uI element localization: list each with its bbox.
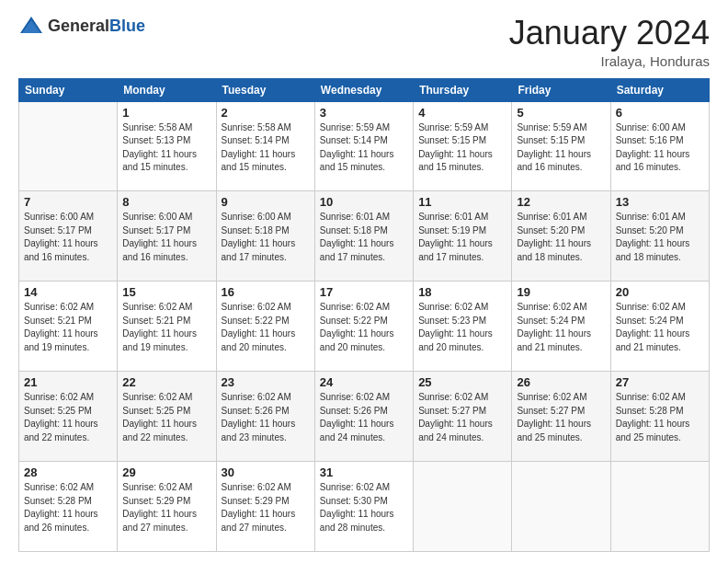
day-info: Sunrise: 6:02 AMSunset: 5:22 PMDaylight:…	[222, 301, 310, 354]
day-number: 6	[616, 106, 704, 120]
day-info: Sunrise: 6:01 AMSunset: 5:20 PMDaylight:…	[517, 211, 605, 264]
day-info: Sunrise: 6:02 AMSunset: 5:25 PMDaylight:…	[24, 391, 112, 444]
calendar-cell: 24Sunrise: 6:02 AMSunset: 5:26 PMDayligh…	[314, 372, 413, 462]
day-number: 24	[320, 375, 408, 389]
day-info: Sunrise: 6:02 AMSunset: 5:23 PMDaylight:…	[418, 301, 506, 354]
column-header-monday: Monday	[118, 78, 216, 101]
day-info: Sunrise: 6:01 AMSunset: 5:18 PMDaylight:…	[320, 211, 408, 264]
day-info: Sunrise: 6:02 AMSunset: 5:24 PMDaylight:…	[616, 301, 704, 354]
day-number: 13	[616, 195, 704, 209]
column-header-wednesday: Wednesday	[314, 78, 413, 101]
day-number: 20	[616, 285, 704, 299]
day-info: Sunrise: 6:02 AMSunset: 5:29 PMDaylight:…	[222, 481, 310, 534]
column-header-tuesday: Tuesday	[216, 78, 314, 101]
day-number: 27	[616, 375, 704, 389]
day-info: Sunrise: 6:00 AMSunset: 5:17 PMDaylight:…	[24, 211, 112, 264]
calendar-cell: 29Sunrise: 6:02 AMSunset: 5:29 PMDayligh…	[118, 462, 216, 552]
calendar-cell: 5Sunrise: 5:59 AMSunset: 5:15 PMDaylight…	[512, 101, 610, 191]
day-info: Sunrise: 6:02 AMSunset: 5:30 PMDaylight:…	[320, 481, 408, 534]
month-title: January 2024	[509, 15, 710, 52]
day-number: 9	[222, 195, 310, 209]
day-info: Sunrise: 6:02 AMSunset: 5:21 PMDaylight:…	[24, 301, 112, 354]
calendar-cell: 21Sunrise: 6:02 AMSunset: 5:25 PMDayligh…	[19, 372, 118, 462]
day-info: Sunrise: 6:00 AMSunset: 5:16 PMDaylight:…	[616, 121, 704, 175]
day-info: Sunrise: 6:02 AMSunset: 5:27 PMDaylight:…	[418, 391, 506, 444]
day-number: 7	[24, 195, 112, 209]
calendar-week-row: 1Sunrise: 5:58 AMSunset: 5:13 PMDaylight…	[19, 101, 710, 191]
day-info: Sunrise: 5:59 AMSunset: 5:14 PMDaylight:…	[320, 121, 408, 175]
calendar-cell: 26Sunrise: 6:02 AMSunset: 5:27 PMDayligh…	[512, 372, 610, 462]
day-number: 3	[320, 106, 408, 120]
day-number: 1	[122, 106, 210, 120]
day-number: 21	[24, 375, 112, 389]
day-info: Sunrise: 6:02 AMSunset: 5:28 PMDaylight:…	[24, 481, 112, 534]
calendar-cell	[19, 101, 118, 191]
day-number: 22	[122, 375, 210, 389]
calendar-cell	[414, 462, 512, 552]
day-number: 23	[222, 375, 310, 389]
day-number: 8	[122, 195, 210, 209]
column-header-saturday: Saturday	[610, 78, 709, 101]
day-number: 11	[418, 195, 506, 209]
day-info: Sunrise: 6:02 AMSunset: 5:25 PMDaylight:…	[122, 391, 210, 444]
day-number: 16	[222, 285, 310, 299]
day-number: 14	[24, 285, 112, 299]
calendar-cell: 18Sunrise: 6:02 AMSunset: 5:23 PMDayligh…	[414, 282, 512, 372]
day-info: Sunrise: 6:02 AMSunset: 5:27 PMDaylight:…	[517, 391, 605, 444]
day-number: 25	[418, 375, 506, 389]
logo-icon	[18, 15, 44, 37]
calendar-cell: 13Sunrise: 6:01 AMSunset: 5:20 PMDayligh…	[610, 191, 709, 282]
calendar-cell: 14Sunrise: 6:02 AMSunset: 5:21 PMDayligh…	[19, 282, 118, 372]
calendar-cell: 16Sunrise: 6:02 AMSunset: 5:22 PMDayligh…	[216, 282, 314, 372]
calendar-cell: 30Sunrise: 6:02 AMSunset: 5:29 PMDayligh…	[216, 462, 314, 552]
calendar-week-row: 7Sunrise: 6:00 AMSunset: 5:17 PMDaylight…	[19, 191, 710, 282]
day-info: Sunrise: 6:00 AMSunset: 5:17 PMDaylight:…	[122, 211, 210, 264]
calendar-table: SundayMondayTuesdayWednesdayThursdayFrid…	[18, 78, 710, 552]
day-info: Sunrise: 5:59 AMSunset: 5:15 PMDaylight:…	[517, 121, 605, 175]
day-number: 30	[222, 465, 310, 479]
calendar-cell: 31Sunrise: 6:02 AMSunset: 5:30 PMDayligh…	[314, 462, 413, 552]
calendar-cell: 9Sunrise: 6:00 AMSunset: 5:18 PMDaylight…	[216, 191, 314, 282]
calendar-cell: 22Sunrise: 6:02 AMSunset: 5:25 PMDayligh…	[118, 372, 216, 462]
header-right: January 2024 Iralaya, Honduras	[509, 15, 710, 69]
calendar-cell: 25Sunrise: 6:02 AMSunset: 5:27 PMDayligh…	[414, 372, 512, 462]
location: Iralaya, Honduras	[509, 53, 710, 69]
day-number: 28	[24, 465, 112, 479]
calendar-cell: 3Sunrise: 5:59 AMSunset: 5:14 PMDaylight…	[314, 101, 413, 191]
day-number: 4	[418, 106, 506, 120]
day-info: Sunrise: 6:01 AMSunset: 5:19 PMDaylight:…	[418, 211, 506, 264]
day-info: Sunrise: 6:02 AMSunset: 5:26 PMDaylight:…	[222, 391, 310, 444]
day-number: 15	[122, 285, 210, 299]
day-info: Sunrise: 6:02 AMSunset: 5:29 PMDaylight:…	[122, 481, 210, 534]
logo-text: GeneralBlue	[48, 17, 145, 36]
calendar-cell: 10Sunrise: 6:01 AMSunset: 5:18 PMDayligh…	[314, 191, 413, 282]
header: GeneralBlue January 2024 Iralaya, Hondur…	[18, 15, 710, 69]
day-info: Sunrise: 6:02 AMSunset: 5:26 PMDaylight:…	[320, 391, 408, 444]
column-header-friday: Friday	[512, 78, 610, 101]
page: GeneralBlue January 2024 Iralaya, Hondur…	[0, 0, 728, 563]
calendar-cell: 17Sunrise: 6:02 AMSunset: 5:22 PMDayligh…	[314, 282, 413, 372]
day-number: 19	[517, 285, 605, 299]
calendar-cell: 11Sunrise: 6:01 AMSunset: 5:19 PMDayligh…	[414, 191, 512, 282]
calendar-cell: 6Sunrise: 6:00 AMSunset: 5:16 PMDaylight…	[610, 101, 709, 191]
column-header-sunday: Sunday	[19, 78, 118, 101]
calendar-cell: 19Sunrise: 6:02 AMSunset: 5:24 PMDayligh…	[512, 282, 610, 372]
day-number: 12	[517, 195, 605, 209]
day-number: 10	[320, 195, 408, 209]
calendar-cell: 15Sunrise: 6:02 AMSunset: 5:21 PMDayligh…	[118, 282, 216, 372]
day-number: 2	[222, 106, 310, 120]
day-number: 17	[320, 285, 408, 299]
calendar-cell: 8Sunrise: 6:00 AMSunset: 5:17 PMDaylight…	[118, 191, 216, 282]
calendar-cell: 2Sunrise: 5:58 AMSunset: 5:14 PMDaylight…	[216, 101, 314, 191]
day-info: Sunrise: 6:00 AMSunset: 5:18 PMDaylight:…	[222, 211, 310, 264]
column-header-thursday: Thursday	[414, 78, 512, 101]
calendar-cell	[610, 462, 709, 552]
calendar-cell: 20Sunrise: 6:02 AMSunset: 5:24 PMDayligh…	[610, 282, 709, 372]
calendar-week-row: 21Sunrise: 6:02 AMSunset: 5:25 PMDayligh…	[19, 372, 710, 462]
day-info: Sunrise: 5:58 AMSunset: 5:13 PMDaylight:…	[122, 121, 210, 175]
day-info: Sunrise: 6:01 AMSunset: 5:20 PMDaylight:…	[616, 211, 704, 264]
calendar-cell: 27Sunrise: 6:02 AMSunset: 5:28 PMDayligh…	[610, 372, 709, 462]
day-info: Sunrise: 6:02 AMSunset: 5:22 PMDaylight:…	[320, 301, 408, 354]
calendar-cell: 4Sunrise: 5:59 AMSunset: 5:15 PMDaylight…	[414, 101, 512, 191]
calendar-cell: 1Sunrise: 5:58 AMSunset: 5:13 PMDaylight…	[118, 101, 216, 191]
